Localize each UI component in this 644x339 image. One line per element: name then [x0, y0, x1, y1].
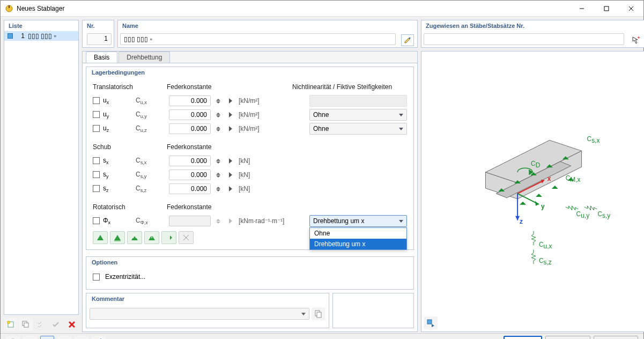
- lbl-sx: sx: [103, 157, 109, 165]
- tab-drehbettung[interactable]: Drehbettung: [119, 51, 170, 63]
- support-preset-4[interactable]: Y: [144, 231, 159, 244]
- fk-uz: Cu,z: [136, 124, 164, 133]
- units-button[interactable]: 0,00: [23, 336, 37, 339]
- lbl-uz: uz: [103, 124, 109, 133]
- extra-uz[interactable]: [229, 126, 232, 131]
- spin-ux[interactable]: [216, 95, 223, 106]
- nr-field[interactable]: 1: [87, 33, 112, 45]
- chk-sz[interactable]: [93, 185, 100, 192]
- list-item[interactable]: 1 ▯▯▯ ▯▯▯ ▫: [4, 31, 78, 41]
- unit-sz: [kN]: [239, 185, 298, 193]
- view-4-button[interactable]: f: [92, 336, 106, 339]
- unit-phix: [kNm·rad⁻¹·m⁻¹]: [239, 217, 298, 225]
- new-button[interactable]: [4, 318, 18, 331]
- spin-uy[interactable]: [216, 109, 223, 120]
- val-sy[interactable]: 0.000: [169, 170, 211, 180]
- svg-rect-1: [9, 5, 10, 8]
- chk-ux[interactable]: [93, 97, 100, 104]
- titlebar: Neues Stablager: [1, 1, 643, 17]
- svg-marker-15: [114, 235, 121, 240]
- check-button[interactable]: [49, 318, 63, 331]
- support-preset-2[interactable]: [110, 231, 125, 244]
- support-preset-1[interactable]: [93, 231, 108, 244]
- svg-point-11: [409, 38, 411, 39]
- col-feder2: Federkonstante: [167, 140, 292, 152]
- nl-uy[interactable]: Ohne: [309, 109, 407, 121]
- close-button[interactable]: [619, 1, 643, 17]
- svg-rect-24: [317, 312, 321, 318]
- lager-title: Lagerbedingungen: [86, 67, 413, 78]
- svg-rect-3: [604, 6, 609, 11]
- extra-sy[interactable]: [229, 172, 232, 178]
- list-item-name: ▯▯▯ ▯▯▯ ▫: [28, 32, 68, 40]
- nl-phix[interactable]: Drehbettung um x: [309, 215, 407, 227]
- svg-text:Cs,z: Cs,z: [539, 257, 552, 266]
- support-preset-none[interactable]: [179, 231, 194, 244]
- svg-text:x: x: [547, 175, 551, 182]
- support-preset-3[interactable]: X: [127, 231, 142, 244]
- fk-sx: Cs,x: [136, 157, 164, 165]
- spin-sx[interactable]: [216, 156, 223, 166]
- extra-sz[interactable]: [229, 186, 232, 191]
- spin-sy[interactable]: [216, 170, 223, 180]
- svg-marker-50: [536, 194, 542, 197]
- svg-marker-51: [552, 186, 558, 189]
- name-edit-button[interactable]: [401, 34, 414, 46]
- checklist-button[interactable]: [34, 318, 48, 331]
- val-uz[interactable]: 0.000: [169, 123, 211, 134]
- preview-options-button[interactable]: [424, 316, 438, 329]
- view-3-button[interactable]: [75, 336, 88, 339]
- help-button[interactable]: ?: [6, 336, 20, 339]
- extra-sx[interactable]: [229, 158, 232, 164]
- val-uy[interactable]: 0.000: [169, 109, 211, 120]
- lbl-sy: sy: [103, 171, 109, 179]
- svg-text:Cs,x: Cs,x: [587, 135, 600, 144]
- nl-uz[interactable]: Ohne: [309, 123, 407, 135]
- cancel-button[interactable]: Abbrechen: [545, 336, 590, 339]
- chk-phix[interactable]: [93, 217, 100, 224]
- nl-opt-drehbettung[interactable]: Drehbettung um x: [310, 239, 406, 249]
- copy-button[interactable]: [19, 318, 33, 331]
- col-rot: Rotatorisch: [93, 200, 167, 212]
- svg-text:y: y: [541, 203, 545, 210]
- spin-uz[interactable]: [216, 123, 223, 134]
- nl-phix-dropdown[interactable]: Ohne Drehbettung um x: [309, 227, 407, 250]
- tab-basis[interactable]: Basis: [86, 51, 117, 63]
- lbl-exz: Exzentrizität...: [105, 273, 145, 281]
- nl-ux: [309, 95, 407, 107]
- svg-text:CM,x: CM,x: [566, 174, 581, 183]
- minimize-button[interactable]: [569, 1, 594, 17]
- extra-uy[interactable]: [229, 112, 232, 117]
- window-title: Neues Stablager: [17, 5, 569, 12]
- unit-uy: [kN/m²]: [239, 111, 298, 119]
- chk-sx[interactable]: [93, 157, 100, 164]
- list-box[interactable]: 1 ▯▯▯ ▯▯▯ ▫: [4, 31, 78, 314]
- svg-text:X: X: [132, 234, 137, 240]
- chk-sy[interactable]: [93, 171, 100, 178]
- ok-button[interactable]: OK: [504, 336, 542, 339]
- assign-input[interactable]: [424, 33, 624, 45]
- name-input[interactable]: [120, 33, 396, 45]
- assign-pick-button[interactable]: [630, 34, 642, 46]
- val-ux[interactable]: 0.000: [169, 95, 211, 106]
- unit-uz: [kN/m²]: [239, 125, 298, 132]
- chk-uz[interactable]: [93, 125, 100, 132]
- svg-marker-56: [432, 324, 434, 327]
- svg-text:Cu,x: Cu,x: [539, 241, 552, 250]
- support-preset-5[interactable]: [161, 231, 176, 244]
- chk-exz[interactable]: [93, 274, 100, 281]
- kommentar-input[interactable]: [90, 308, 309, 320]
- maximize-button[interactable]: [594, 1, 619, 17]
- chk-uy[interactable]: [93, 111, 100, 118]
- view-1-button[interactable]: [40, 336, 54, 339]
- preview-canvas[interactable]: x y z Cs,x CM,x: [421, 51, 644, 314]
- val-sz[interactable]: 0.000: [169, 183, 211, 194]
- val-sx[interactable]: 0.000: [169, 156, 211, 166]
- nl-opt-ohne[interactable]: Ohne: [310, 228, 406, 239]
- kommentar-library-button[interactable]: [312, 307, 325, 320]
- apply-button[interactable]: Anwenden: [594, 336, 638, 339]
- extra-ux[interactable]: [229, 98, 232, 104]
- delete-button[interactable]: [65, 318, 79, 331]
- view-2-button[interactable]: [57, 336, 71, 339]
- spin-sz[interactable]: [216, 183, 223, 194]
